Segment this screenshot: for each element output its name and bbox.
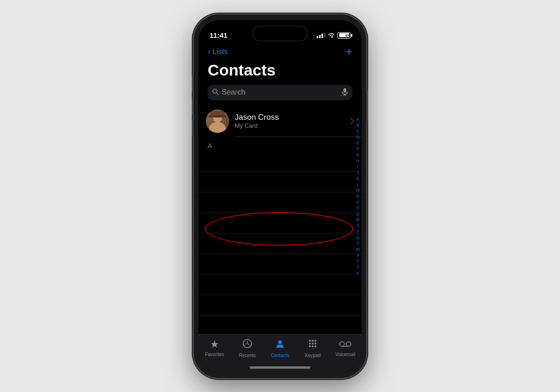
wifi-icon [328, 33, 335, 38]
alpha-r[interactable]: R [356, 218, 360, 223]
my-card-item[interactable]: Jason Cross My Card [198, 106, 362, 137]
empty-row-1 [198, 151, 362, 172]
battery-icon: 87 [337, 32, 350, 39]
alpha-j[interactable]: J [356, 170, 360, 176]
svg-point-13 [315, 340, 316, 342]
alpha-a[interactable]: A [356, 117, 360, 123]
search-bar[interactable]: Search [208, 85, 352, 100]
empty-row-5 [198, 234, 362, 254]
signal-icon [317, 33, 325, 38]
svg-point-21 [346, 342, 351, 346]
svg-rect-3 [324, 33, 325, 38]
alpha-v[interactable]: V [356, 241, 360, 247]
svg-point-12 [312, 340, 314, 342]
chevron-right-icon [350, 118, 354, 124]
contact-name: Jason Cross [235, 113, 345, 122]
tab-voicemail[interactable]: Voicemail [331, 338, 359, 357]
svg-point-15 [312, 343, 314, 344]
back-button[interactable]: ‹ Lists [208, 47, 228, 56]
svg-point-20 [340, 342, 344, 346]
tab-keypad[interactable]: Keypad [299, 338, 327, 358]
tab-contacts[interactable]: Contacts [266, 338, 294, 358]
page-title: Contacts [198, 61, 362, 85]
contacts-label: Contacts [271, 353, 289, 358]
alpha-o[interactable]: O [356, 200, 360, 206]
alpha-w[interactable]: W [356, 247, 360, 253]
alpha-c[interactable]: C [356, 129, 360, 134]
empty-row-3 [198, 193, 362, 213]
alpha-m[interactable]: M [356, 188, 360, 193]
alpha-x[interactable]: X [356, 253, 360, 259]
contacts-icon [275, 338, 285, 351]
empty-row-6 [198, 254, 362, 275]
alpha-f[interactable]: F [356, 146, 360, 152]
svg-point-11 [309, 340, 311, 342]
phone-screen: 11:41 ⋅ [198, 20, 362, 372]
keypad-label: Keypad [305, 353, 321, 358]
avatar [206, 110, 229, 133]
search-placeholder[interactable]: Search [222, 88, 339, 96]
alpha-p[interactable]: P [356, 206, 360, 211]
alpha-h[interactable]: H [356, 158, 360, 164]
alpha-q[interactable]: Q [356, 212, 360, 217]
status-time: 11:41 [210, 31, 227, 39]
alpha-y[interactable]: Y [356, 259, 360, 264]
add-button[interactable]: + [346, 46, 352, 57]
alpha-g[interactable]: G [356, 152, 360, 158]
empty-row-7 [198, 275, 362, 295]
svg-point-18 [312, 345, 314, 347]
empty-row-2 [198, 172, 362, 193]
section-header-a: A [198, 137, 362, 151]
avatar-hat [210, 111, 224, 117]
favorites-icon: ★ [210, 338, 219, 351]
svg-rect-0 [317, 36, 318, 38]
alpha-hash[interactable]: # [356, 271, 360, 276]
back-label: Lists [212, 48, 228, 56]
alpha-z[interactable]: Z [356, 265, 360, 270]
bluetooth-icon: ⋅ [313, 33, 315, 38]
alpha-l[interactable]: L [356, 182, 360, 188]
alpha-n[interactable]: N [356, 194, 360, 199]
phone-frame: 11:41 ⋅ [194, 14, 366, 378]
alpha-t[interactable]: T [356, 229, 360, 235]
alphabet-index[interactable]: A B C D E F G H I J K L M N O P Q R S T [356, 106, 360, 288]
svg-rect-6 [343, 88, 346, 93]
contact-info: Jason Cross My Card [235, 113, 345, 129]
recents-icon [242, 338, 252, 351]
recents-label: Recents [239, 353, 256, 358]
svg-point-19 [315, 345, 316, 347]
voicemail-icon [339, 338, 351, 351]
home-indicator [250, 366, 310, 369]
alpha-d[interactable]: D [356, 135, 360, 140]
svg-point-16 [315, 343, 316, 344]
empty-row-4 [198, 213, 362, 234]
svg-point-14 [309, 343, 311, 344]
status-icons: ⋅ 87 [313, 32, 350, 39]
svg-rect-1 [319, 35, 321, 38]
dynamic-island [252, 26, 308, 41]
alpha-b[interactable]: B [356, 123, 360, 129]
mic-icon[interactable] [342, 88, 348, 97]
alpha-s[interactable]: S [356, 223, 360, 229]
svg-point-10 [278, 340, 282, 344]
keypad-icon [308, 338, 318, 351]
alpha-u[interactable]: U [356, 235, 360, 241]
contact-subtitle: My Card [235, 122, 345, 129]
content-area: Jason Cross My Card A [198, 106, 362, 316]
alpha-i[interactable]: I [356, 164, 360, 170]
tab-favorites[interactable]: ★ Favorites [201, 338, 229, 357]
svg-line-5 [217, 93, 218, 95]
voicemail-label: Voicemail [336, 352, 356, 357]
svg-rect-2 [322, 34, 323, 38]
tab-recents[interactable]: Recents [233, 338, 261, 358]
svg-point-17 [309, 345, 311, 347]
search-icon [212, 89, 219, 96]
empty-row-8 [198, 295, 362, 316]
favorites-label: Favorites [205, 352, 224, 357]
chevron-left-icon: ‹ [208, 47, 210, 56]
alpha-e[interactable]: E [356, 141, 360, 146]
alpha-k[interactable]: K [356, 176, 360, 182]
nav-bar: ‹ Lists + [198, 44, 362, 61]
